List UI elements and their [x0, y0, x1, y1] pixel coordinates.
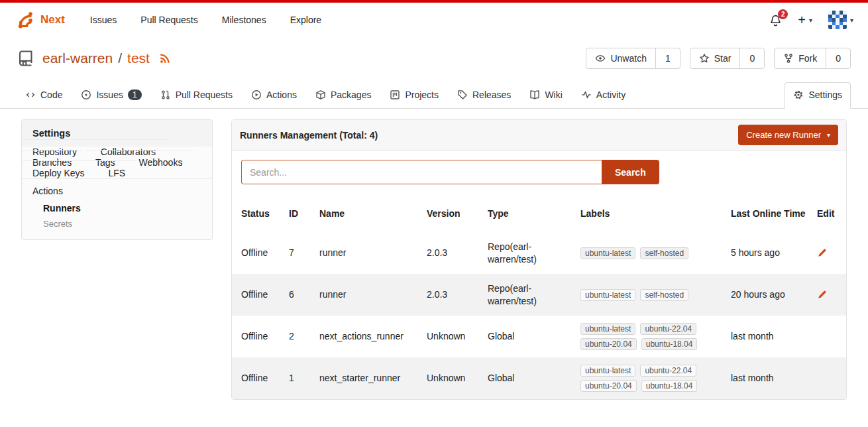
eye-icon [595, 53, 606, 64]
tab-pull-requests[interactable]: Pull Requests [152, 83, 241, 108]
tab-label: Issues [96, 90, 123, 100]
unwatch-label: Unwatch [610, 53, 646, 64]
tag-icon [457, 90, 468, 100]
label-badge: ubuntu-18.04 [641, 338, 698, 350]
runner-last-online: last month [731, 372, 809, 385]
sidebar-item-secrets[interactable]: Secrets [22, 216, 212, 231]
user-menu-dropdown[interactable]: ▾ [828, 11, 853, 29]
unwatch-button[interactable]: Unwatch [586, 48, 655, 68]
runner-id: 6 [289, 288, 311, 301]
search-button[interactable]: Search [602, 160, 659, 184]
forks-count[interactable]: 0 [826, 48, 850, 68]
runner-last-online: 5 hours ago [731, 247, 809, 259]
project-board-icon [390, 90, 400, 100]
table-header-row: Status ID Name Version Type Labels Last … [232, 195, 846, 232]
tab-activity[interactable]: Activity [573, 83, 633, 108]
notifications-button[interactable]: 2 [769, 14, 782, 27]
runner-type: Repo(earl-warren/test) [488, 282, 572, 308]
tab-label: Packages [331, 90, 371, 100]
rss-feed-icon[interactable] [159, 52, 171, 64]
page: Next Issues Pull Requests Milestones Exp… [0, 0, 868, 400]
sidebar-item-lfs[interactable]: LFS [97, 160, 136, 185]
code-icon [25, 90, 36, 100]
tab-actions[interactable]: Actions [243, 83, 305, 108]
brand-home-link[interactable]: Next [15, 10, 65, 30]
create-new-dropdown[interactable]: + ▾ [798, 13, 812, 27]
runner-version: 2.0.3 [427, 288, 480, 301]
sidebar-item-actions[interactable]: Actions [22, 186, 212, 200]
navbar-right: 2 + ▾ [769, 11, 853, 29]
runner-type: Repo(earl-warren/test) [488, 241, 572, 266]
tab-label: Wiki [545, 90, 562, 100]
forgejo-logo-icon [15, 10, 34, 30]
nav-item-explore[interactable]: Explore [290, 15, 321, 25]
star-button-group: Star 0 [690, 48, 765, 69]
edit-runner-button[interactable] [817, 290, 837, 300]
pencil-icon [817, 290, 837, 300]
tab-settings[interactable]: Settings [785, 82, 851, 109]
runners-panel: Runners Management (Total: 4) Create new… [231, 119, 847, 400]
sidebar-item-webhooks[interactable]: Webhooks [129, 150, 193, 174]
repo-name-link[interactable]: test [127, 50, 150, 66]
tab-releases[interactable]: Releases [449, 83, 519, 108]
package-icon [315, 90, 326, 100]
fork-button[interactable]: Fork [775, 48, 826, 68]
tab-packages[interactable]: Packages [307, 83, 379, 108]
tab-projects[interactable]: Projects [382, 83, 447, 108]
col-status: Status [241, 208, 281, 220]
tab-label: Settings [808, 90, 842, 100]
label-badge: ubuntu-latest [580, 323, 635, 335]
runner-version: 2.0.3 [427, 247, 480, 259]
create-runner-button[interactable]: Create new Runner ▾ [738, 125, 838, 145]
runner-labels: ubuntu-latest self-hosted [580, 289, 706, 301]
repo-tabbar: Code Issues 1 Pull Requests [0, 78, 868, 109]
tab-code[interactable]: Code [17, 83, 70, 108]
runner-type: Global [488, 372, 572, 385]
nav-item-pull-requests[interactable]: Pull Requests [140, 15, 197, 25]
runner-type: Global [488, 330, 572, 343]
git-pull-request-icon [160, 90, 171, 100]
star-icon [699, 53, 710, 64]
nav-item-milestones[interactable]: Milestones [222, 15, 266, 25]
edit-runner-button[interactable] [817, 248, 837, 258]
fork-label: Fork [798, 53, 817, 64]
table-row: Offline 1 next_starter_runner Unknown Gl… [232, 357, 846, 399]
col-type: Type [488, 208, 572, 220]
runner-id: 7 [289, 247, 311, 259]
fork-icon [783, 53, 794, 64]
panel-body: Search Status ID Name Version Type Label… [232, 151, 846, 399]
runner-name: runner [319, 247, 419, 259]
runner-last-online: 20 hours ago [731, 288, 809, 301]
label-badge: ubuntu-latest [580, 289, 635, 301]
tab-label: Projects [405, 90, 439, 100]
runner-labels: ubuntu-latest ubuntu-22.04 ubuntu-20.04 … [580, 365, 706, 392]
label-badge: ubuntu-latest [580, 365, 635, 377]
tab-label: Code [40, 90, 62, 100]
runner-name: runner [319, 288, 419, 301]
nav-item-issues[interactable]: Issues [90, 15, 117, 25]
chevron-down-icon: ▾ [809, 17, 812, 24]
navbar-links: Issues Pull Requests Milestones Explore [90, 15, 321, 25]
star-button[interactable]: Star [690, 48, 740, 68]
table-row: Offline 2 next_actions_runner Unknown Gl… [232, 316, 846, 357]
col-last-online-time: Last Online Time [731, 208, 809, 220]
brand-name: Next [40, 13, 65, 27]
label-badge: ubuntu-18.04 [641, 380, 698, 392]
repo-owner-link[interactable]: earl-warren [42, 50, 113, 66]
table-row: Offline 7 runner 2.0.3 Repo(earl-warren/… [232, 232, 846, 274]
sidebar-item-deploy-keys[interactable]: Deploy Keys [22, 160, 95, 185]
label-badge: ubuntu-latest [580, 247, 635, 259]
tab-wiki[interactable]: Wiki [521, 83, 570, 108]
runner-last-online: last month [731, 330, 809, 343]
watchers-count[interactable]: 1 [655, 48, 680, 68]
sidebar-item-runners[interactable]: Runners [22, 200, 212, 216]
gear-icon [793, 90, 804, 100]
repo-title: earl-warren / test [42, 50, 150, 66]
runner-id: 2 [289, 330, 311, 343]
repo-icon [17, 50, 34, 67]
search-input[interactable] [241, 160, 602, 184]
runner-labels: ubuntu-latest ubuntu-22.04 ubuntu-20.04 … [580, 323, 706, 350]
watch-button-group: Unwatch 1 [586, 48, 680, 69]
tab-issues[interactable]: Issues 1 [73, 83, 149, 108]
stars-count[interactable]: 0 [739, 48, 764, 68]
